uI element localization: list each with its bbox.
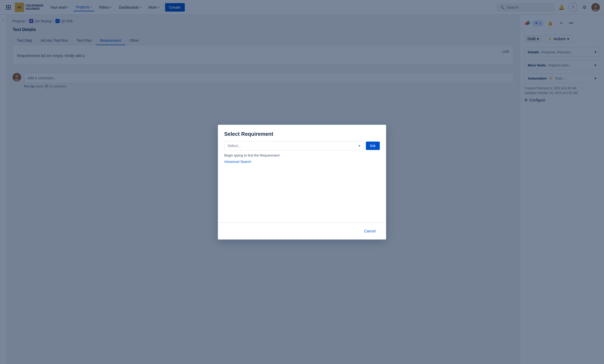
modal-link-button[interactable]: link <box>366 142 380 150</box>
modal-content-area <box>224 164 380 216</box>
modal-select-row: Select... ▾ link <box>224 141 380 150</box>
modal-overlay: Select Requirement Select... ▾ link Begi… <box>0 0 604 364</box>
modal-hint-text: Begin typing to find the Requirement <box>224 153 380 157</box>
modal-title: Select Requirement <box>224 131 380 137</box>
requirement-select[interactable]: Select... ▾ <box>224 141 364 150</box>
modal-header: Select Requirement <box>218 125 386 141</box>
modal-body: Select... ▾ link Begin typing to find th… <box>218 141 386 222</box>
advanced-search-link[interactable]: Advanced Search <box>224 160 251 164</box>
cancel-button[interactable]: Cancel <box>360 227 380 235</box>
select-requirement-modal: Select Requirement Select... ▾ link Begi… <box>218 125 386 240</box>
chevron-down-icon: ▾ <box>359 144 360 148</box>
modal-footer: Cancel <box>218 222 386 240</box>
